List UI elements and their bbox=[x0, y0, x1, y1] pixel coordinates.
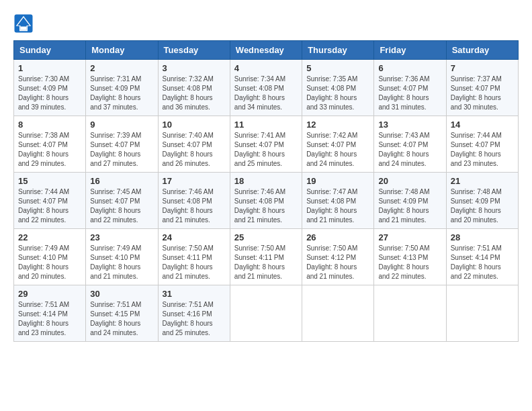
calendar-day-cell: 19 Sunrise: 7:47 AM Sunset: 4:08 PM Dayl… bbox=[302, 173, 374, 229]
day-number: 27 bbox=[378, 232, 441, 242]
calendar-week-row: 8 Sunrise: 7:38 AM Sunset: 4:07 PM Dayli… bbox=[14, 116, 519, 173]
logo-icon bbox=[13, 13, 34, 34]
page-header bbox=[13, 13, 519, 34]
calendar-day-cell: 2 Sunrise: 7:31 AM Sunset: 4:09 PM Dayli… bbox=[86, 60, 158, 116]
calendar-day-cell: 13 Sunrise: 7:43 AM Sunset: 4:07 PM Dayl… bbox=[374, 116, 446, 173]
calendar-day-cell: 23 Sunrise: 7:49 AM Sunset: 4:10 PM Dayl… bbox=[86, 229, 158, 285]
weekday-header: Friday bbox=[374, 41, 446, 60]
day-info: Sunrise: 7:50 AM Sunset: 4:11 PM Dayligh… bbox=[163, 244, 226, 281]
svg-rect-3 bbox=[21, 27, 27, 30]
calendar-day-cell bbox=[446, 285, 518, 342]
day-info: Sunrise: 7:31 AM Sunset: 4:09 PM Dayligh… bbox=[90, 75, 153, 112]
calendar-day-cell: 12 Sunrise: 7:42 AM Sunset: 4:07 PM Dayl… bbox=[302, 116, 374, 173]
day-info: Sunrise: 7:48 AM Sunset: 4:09 PM Dayligh… bbox=[378, 187, 441, 225]
day-info: Sunrise: 7:36 AM Sunset: 4:07 PM Dayligh… bbox=[378, 75, 441, 112]
calendar-day-cell: 3 Sunrise: 7:32 AM Sunset: 4:08 PM Dayli… bbox=[158, 60, 230, 116]
day-info: Sunrise: 7:43 AM Sunset: 4:07 PM Dayligh… bbox=[378, 131, 441, 169]
calendar-day-cell bbox=[302, 285, 374, 342]
day-number: 26 bbox=[306, 232, 369, 242]
day-info: Sunrise: 7:50 AM Sunset: 4:13 PM Dayligh… bbox=[378, 244, 441, 281]
day-number: 20 bbox=[378, 176, 441, 186]
day-number: 21 bbox=[451, 176, 514, 186]
day-info: Sunrise: 7:51 AM Sunset: 4:14 PM Dayligh… bbox=[18, 300, 81, 338]
calendar-day-cell: 7 Sunrise: 7:37 AM Sunset: 4:07 PM Dayli… bbox=[446, 60, 518, 116]
day-info: Sunrise: 7:35 AM Sunset: 4:08 PM Dayligh… bbox=[306, 75, 369, 112]
day-info: Sunrise: 7:49 AM Sunset: 4:10 PM Dayligh… bbox=[90, 244, 153, 281]
day-number: 6 bbox=[378, 63, 441, 73]
day-info: Sunrise: 7:39 AM Sunset: 4:07 PM Dayligh… bbox=[90, 131, 153, 169]
calendar-day-cell: 1 Sunrise: 7:30 AM Sunset: 4:09 PM Dayli… bbox=[14, 60, 86, 116]
day-number: 29 bbox=[18, 289, 81, 299]
day-info: Sunrise: 7:40 AM Sunset: 4:07 PM Dayligh… bbox=[163, 131, 226, 169]
day-number: 23 bbox=[90, 232, 153, 242]
day-number: 24 bbox=[163, 232, 226, 242]
day-info: Sunrise: 7:46 AM Sunset: 4:08 PM Dayligh… bbox=[163, 187, 226, 225]
weekday-header: Tuesday bbox=[158, 41, 230, 60]
logo bbox=[13, 13, 36, 34]
calendar-week-row: 22 Sunrise: 7:49 AM Sunset: 4:10 PM Dayl… bbox=[14, 229, 519, 285]
day-number: 16 bbox=[90, 176, 153, 186]
day-info: Sunrise: 7:48 AM Sunset: 4:09 PM Dayligh… bbox=[451, 187, 514, 225]
day-number: 7 bbox=[451, 63, 514, 73]
day-number: 8 bbox=[18, 120, 81, 130]
day-info: Sunrise: 7:46 AM Sunset: 4:08 PM Dayligh… bbox=[234, 187, 298, 225]
calendar-day-cell: 6 Sunrise: 7:36 AM Sunset: 4:07 PM Dayli… bbox=[374, 60, 446, 116]
day-info: Sunrise: 7:51 AM Sunset: 4:15 PM Dayligh… bbox=[90, 300, 153, 338]
day-info: Sunrise: 7:37 AM Sunset: 4:07 PM Dayligh… bbox=[451, 75, 514, 112]
calendar-day-cell: 17 Sunrise: 7:46 AM Sunset: 4:08 PM Dayl… bbox=[158, 173, 230, 229]
calendar-day-cell: 26 Sunrise: 7:50 AM Sunset: 4:12 PM Dayl… bbox=[302, 229, 374, 285]
day-number: 1 bbox=[18, 63, 81, 73]
day-number: 30 bbox=[90, 289, 153, 299]
calendar-day-cell bbox=[230, 285, 302, 342]
calendar-day-cell: 31 Sunrise: 7:51 AM Sunset: 4:16 PM Dayl… bbox=[158, 285, 230, 342]
calendar-header-row: SundayMondayTuesdayWednesdayThursdayFrid… bbox=[14, 41, 519, 60]
calendar-day-cell: 14 Sunrise: 7:44 AM Sunset: 4:07 PM Dayl… bbox=[446, 116, 518, 173]
calendar-table: SundayMondayTuesdayWednesdayThursdayFrid… bbox=[13, 40, 519, 342]
day-info: Sunrise: 7:41 AM Sunset: 4:07 PM Dayligh… bbox=[234, 131, 298, 169]
calendar-day-cell: 8 Sunrise: 7:38 AM Sunset: 4:07 PM Dayli… bbox=[14, 116, 86, 173]
calendar-day-cell: 10 Sunrise: 7:40 AM Sunset: 4:07 PM Dayl… bbox=[158, 116, 230, 173]
day-info: Sunrise: 7:47 AM Sunset: 4:08 PM Dayligh… bbox=[306, 187, 369, 225]
weekday-header: Monday bbox=[86, 41, 158, 60]
day-info: Sunrise: 7:50 AM Sunset: 4:12 PM Dayligh… bbox=[306, 244, 369, 281]
day-info: Sunrise: 7:32 AM Sunset: 4:08 PM Dayligh… bbox=[163, 75, 226, 112]
calendar-day-cell: 15 Sunrise: 7:44 AM Sunset: 4:07 PM Dayl… bbox=[14, 173, 86, 229]
day-number: 4 bbox=[234, 63, 298, 73]
calendar-day-cell: 5 Sunrise: 7:35 AM Sunset: 4:08 PM Dayli… bbox=[302, 60, 374, 116]
calendar-day-cell: 30 Sunrise: 7:51 AM Sunset: 4:15 PM Dayl… bbox=[86, 285, 158, 342]
calendar-day-cell: 11 Sunrise: 7:41 AM Sunset: 4:07 PM Dayl… bbox=[230, 116, 302, 173]
calendar-day-cell: 16 Sunrise: 7:45 AM Sunset: 4:07 PM Dayl… bbox=[86, 173, 158, 229]
day-number: 5 bbox=[306, 63, 369, 73]
day-info: Sunrise: 7:44 AM Sunset: 4:07 PM Dayligh… bbox=[18, 187, 81, 225]
calendar-day-cell bbox=[374, 285, 446, 342]
calendar-week-row: 29 Sunrise: 7:51 AM Sunset: 4:14 PM Dayl… bbox=[14, 285, 519, 342]
day-number: 2 bbox=[90, 63, 153, 73]
day-info: Sunrise: 7:30 AM Sunset: 4:09 PM Dayligh… bbox=[18, 75, 81, 112]
day-number: 15 bbox=[18, 176, 81, 186]
calendar-day-cell: 21 Sunrise: 7:48 AM Sunset: 4:09 PM Dayl… bbox=[446, 173, 518, 229]
weekday-header: Sunday bbox=[14, 41, 86, 60]
calendar-day-cell: 24 Sunrise: 7:50 AM Sunset: 4:11 PM Dayl… bbox=[158, 229, 230, 285]
day-number: 3 bbox=[163, 63, 226, 73]
calendar-day-cell: 29 Sunrise: 7:51 AM Sunset: 4:14 PM Dayl… bbox=[14, 285, 86, 342]
day-info: Sunrise: 7:51 AM Sunset: 4:14 PM Dayligh… bbox=[451, 244, 514, 281]
day-number: 22 bbox=[18, 232, 81, 242]
weekday-header: Saturday bbox=[446, 41, 518, 60]
day-info: Sunrise: 7:38 AM Sunset: 4:07 PM Dayligh… bbox=[18, 131, 81, 169]
calendar-day-cell: 28 Sunrise: 7:51 AM Sunset: 4:14 PM Dayl… bbox=[446, 229, 518, 285]
day-info: Sunrise: 7:44 AM Sunset: 4:07 PM Dayligh… bbox=[451, 131, 514, 169]
weekday-header: Wednesday bbox=[230, 41, 302, 60]
day-number: 12 bbox=[306, 120, 369, 130]
day-number: 19 bbox=[306, 176, 369, 186]
day-info: Sunrise: 7:49 AM Sunset: 4:10 PM Dayligh… bbox=[18, 244, 81, 281]
calendar-day-cell: 22 Sunrise: 7:49 AM Sunset: 4:10 PM Dayl… bbox=[14, 229, 86, 285]
day-number: 25 bbox=[234, 232, 298, 242]
calendar-day-cell: 20 Sunrise: 7:48 AM Sunset: 4:09 PM Dayl… bbox=[374, 173, 446, 229]
calendar-day-cell: 25 Sunrise: 7:50 AM Sunset: 4:11 PM Dayl… bbox=[230, 229, 302, 285]
day-number: 18 bbox=[234, 176, 298, 186]
calendar-day-cell: 27 Sunrise: 7:50 AM Sunset: 4:13 PM Dayl… bbox=[374, 229, 446, 285]
day-info: Sunrise: 7:34 AM Sunset: 4:08 PM Dayligh… bbox=[234, 75, 298, 112]
calendar-day-cell: 9 Sunrise: 7:39 AM Sunset: 4:07 PM Dayli… bbox=[86, 116, 158, 173]
day-number: 13 bbox=[378, 120, 441, 130]
day-number: 10 bbox=[163, 120, 226, 130]
